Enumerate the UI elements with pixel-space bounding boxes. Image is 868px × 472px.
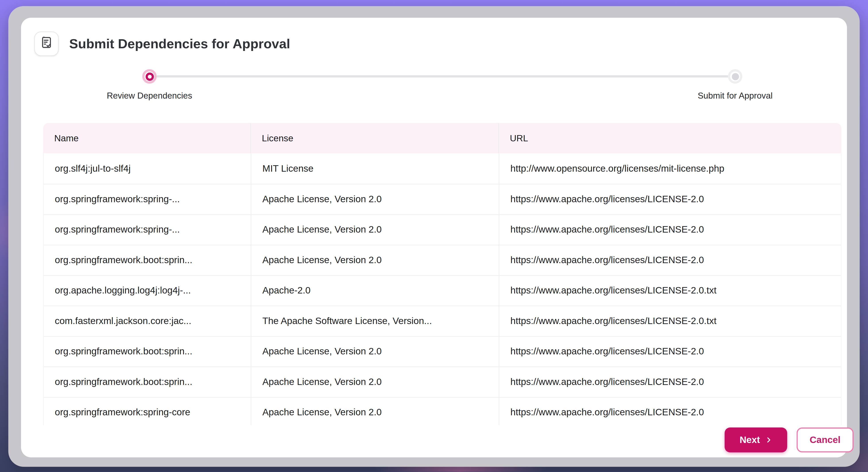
dependency-license-cell: Apache License, Version 2.0 (251, 184, 499, 214)
column-header-license: License (250, 123, 498, 153)
dependency-url-cell: http://www.opensource.org/licenses/mit-l… (499, 153, 842, 184)
dependency-url-cell: https://www.apache.org/licenses/LICENSE-… (499, 245, 842, 275)
step-indicator-submit-core (732, 73, 739, 80)
dependency-name-cell: org.springframework:spring-... (44, 184, 251, 214)
step-label-submit: Submit for Approval (698, 91, 773, 101)
dependency-license-cell: The Apache Software License, Version... (251, 306, 499, 336)
dialog-icon-box (34, 32, 59, 56)
dependency-license-cell: Apache License, Version 2.0 (251, 245, 499, 275)
step-label-review: Review Dependencies (107, 91, 192, 101)
dependency-name-cell: org.springframework:spring-core (44, 397, 251, 425)
dependency-name-cell: org.springframework.boot:sprin... (44, 367, 251, 397)
dependency-url-cell: https://www.apache.org/licenses/LICENSE-… (499, 215, 842, 245)
dependency-license-cell: Apache License, Version 2.0 (251, 215, 499, 245)
cancel-button-label: Cancel (810, 434, 841, 445)
table-row[interactable]: org.slf4j:jul-to-slf4j MIT License http:… (44, 153, 841, 184)
table-row[interactable]: com.fasterxml.jackson.core:jac... The Ap… (44, 306, 841, 336)
step-indicator-submit[interactable] (728, 69, 742, 84)
cancel-button[interactable]: Cancel (797, 427, 854, 452)
dependency-license-cell: MIT License (251, 153, 499, 184)
next-button[interactable]: Next (725, 427, 787, 452)
dependency-name-cell: org.springframework:spring-... (44, 215, 251, 245)
step-indicator-review-core (145, 72, 154, 81)
table-row[interactable]: org.springframework:spring-... Apache Li… (44, 214, 841, 245)
dependency-url-cell: https://www.apache.org/licenses/LICENSE-… (499, 184, 842, 214)
next-button-label: Next (740, 434, 760, 445)
table-body: org.slf4j:jul-to-slf4j MIT License http:… (43, 153, 841, 425)
stepper-connector (156, 75, 735, 78)
dependency-url-cell: https://www.apache.org/licenses/LICENSE-… (499, 276, 842, 306)
table-row[interactable]: org.springframework.boot:sprin... Apache… (44, 366, 841, 397)
table-row[interactable]: org.springframework:spring-... Apache Li… (44, 184, 841, 214)
column-header-url: URL (498, 123, 841, 153)
dependency-name-cell: org.slf4j:jul-to-slf4j (44, 153, 251, 184)
table-row[interactable]: org.springframework:spring-core Apache L… (44, 397, 841, 425)
page-title: Submit Dependencies for Approval (69, 36, 290, 52)
dependency-url-cell: https://www.apache.org/licenses/LICENSE-… (499, 367, 842, 397)
table-row[interactable]: org.springframework.boot:sprin... Apache… (44, 336, 841, 367)
dependency-license-cell: Apache License, Version 2.0 (251, 367, 499, 397)
step-indicator-review[interactable] (143, 69, 157, 84)
table-row[interactable]: org.springframework.boot:sprin... Apache… (44, 245, 841, 275)
dependency-name-cell: org.springframework.boot:sprin... (44, 337, 251, 366)
dependency-url-cell: https://www.apache.org/licenses/LICENSE-… (499, 306, 842, 336)
table-header-row: Name License URL (43, 123, 841, 153)
dependency-name-cell: org.springframework.boot:sprin... (44, 245, 251, 275)
dependencies-table: Name License URL org.slf4j:jul-to-slf4j … (43, 123, 841, 425)
submit-dependencies-dialog: Submit Dependencies for Approval Review … (21, 18, 847, 458)
dependency-license-cell: Apache-2.0 (251, 276, 499, 306)
dependency-name-cell: com.fasterxml.jackson.core:jac... (44, 306, 251, 336)
table-row[interactable]: org.apache.logging.log4j:log4j-... Apach… (44, 275, 841, 306)
dependency-url-cell: https://www.apache.org/licenses/LICENSE-… (499, 397, 842, 425)
window-frame: Submit Dependencies for Approval Review … (8, 6, 860, 467)
dependency-license-cell: Apache License, Version 2.0 (251, 337, 499, 366)
chevron-right-icon (765, 436, 772, 444)
column-header-name: Name (43, 123, 250, 153)
screen: Submit Dependencies for Approval Review … (0, 0, 868, 472)
dependency-url-cell: https://www.apache.org/licenses/LICENSE-… (499, 337, 842, 366)
dependency-license-cell: Apache License, Version 2.0 (251, 397, 499, 425)
dependency-name-cell: org.apache.logging.log4j:log4j-... (44, 276, 251, 306)
document-check-icon (39, 35, 54, 52)
